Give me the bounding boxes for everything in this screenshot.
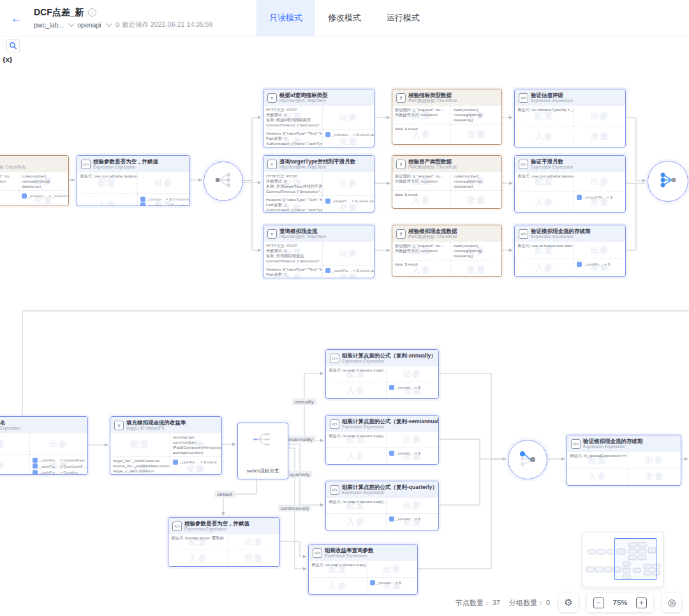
variable-chip-icon: [33, 470, 38, 475]
node-title: 校验资产类型数据: [408, 159, 457, 165]
node-quadrant-bl: 入参: [0, 455, 30, 475]
node-quadrant-br: 变量: [628, 469, 681, 485]
app-header: ← DCF点差_新 i pwc_lab... openapi ⊙ 最近保存 20…: [0, 0, 689, 36]
node-title: 验证模拟现金流的存续期: [583, 439, 643, 445]
zoom-out-button[interactable]: −: [593, 597, 604, 608]
node-formula-semiannually[interactable]: </>组装计算点差的公式（复利-semiannually）Expression …: [325, 415, 439, 465]
node-title: 验证估值评级: [531, 93, 573, 99]
minimap[interactable]: [582, 532, 663, 587]
variable-tag: _indicato… = $.result.data: [325, 132, 371, 137]
node-header: if校验资产类型数据PWC数据校验: CheckRule: [392, 156, 501, 172]
node-verify-smooth-months[interactable]: </>验证平滑月数Expression Expression配置表达式: use…: [514, 155, 626, 213]
node-title: 查询模拟现金流: [279, 229, 326, 235]
node-quadrant-tr: 出参: [574, 172, 625, 192]
node-verify-duration-bottom[interactable]: </>验证模拟现金流的存续期Expression Expression配置表达式…: [567, 435, 681, 486]
node-subtitle: PWC数据校验: CheckRule: [408, 98, 457, 103]
node-set-field-partial[interactable]: </>设置字段名Expression Expression配置Rate =…出参…: [0, 416, 88, 475]
node-formula-annually[interactable]: </>组装计算点差的公式（复利-annually）Expression Expr…: [325, 349, 439, 399]
watermark: 变量: [451, 260, 501, 277]
node-title: 查询targetType并找到平滑月数: [279, 159, 355, 165]
http-icon: ≡: [267, 160, 277, 169]
node-quadrant-br: 变量_spread… = $: [387, 514, 438, 530]
node-header: σ填充模拟现金流的收益率scipy计算 InterpGP6: [110, 417, 221, 433]
node-subtitle: httpClient插件: HttpClient: [279, 234, 326, 239]
search-button[interactable]: [6, 39, 20, 52]
node-checkrule-partial-top[interactable]: if校验数据PWC数据校验: CheckRule配置验证规则: [{ "requ…: [0, 155, 69, 206]
expression-icon: </>: [330, 485, 339, 495]
chevron-down-icon: [68, 20, 75, 27]
variable-tag: _spread… = $: [389, 385, 436, 390]
node-quadrant-tl: 配置Rate =…: [0, 433, 30, 455]
last-saved: ⊙ 最近保存 2022-06-21 14:35:59: [115, 20, 213, 29]
variable-chip-icon: [577, 262, 582, 267]
node-check-params-bottom[interactable]: </>校验参数是否为空，并赋值Expression Expression配置表达…: [168, 517, 280, 567]
node-title: 验证模拟现金流的存续期: [531, 229, 591, 235]
node-assemble-yield-query[interactable]: </>组装收益率查询参数Expression Expression配置表达式: …: [308, 544, 418, 595]
tab-修改模式[interactable]: 修改模式: [315, 0, 374, 36]
gateway-join-top[interactable]: [648, 161, 688, 202]
node-subtitle: Expression Expression: [531, 165, 573, 169]
node-check-asset[interactable]: if校验资产类型数据PWC数据校验: CheckRule配置验证规则: [{ "…: [392, 155, 502, 209]
flow-designer: if校验数据PWC数据校验: CheckRule配置验证规则: [{ "requ…: [0, 0, 689, 616]
http-icon: ≡: [267, 93, 277, 103]
watermark: 入参: [326, 382, 386, 398]
edge-label-annually: annually: [292, 398, 316, 405]
node-http-indicator-type[interactable]: ≡根据id查询指标类型httpClient插件: HttpClient配置HTT…: [263, 89, 374, 147]
gateway-fork-top[interactable]: [204, 162, 243, 201]
node-header: if校验数据PWC数据校验: CheckRule: [0, 156, 68, 172]
node-quadrant-tl: 配置表达式: use com.alibaba.fastjson…: [515, 172, 574, 192]
node-http-cashflow[interactable]: ≡查询模拟现金流httpClient插件: HttpClient配置HTTP方法…: [263, 225, 374, 278]
node-check-params-top[interactable]: </>校验参数是否为空，并赋值Expression Expression配置表达…: [77, 155, 190, 206]
node-formula-quarterly[interactable]: </>组装计算点差的公式（复利-quarterly）Expression Exp…: [325, 481, 439, 530]
node-quadrant-tr: 出参: [228, 534, 279, 550]
variable-tag: _cashFlo… = $.result.dat…: [325, 268, 371, 273]
node-quadrant-bl: 入参: [309, 578, 367, 594]
tab-运行模式[interactable]: 运行模式: [374, 0, 433, 36]
mode-tabs: 只读模式修改模式运行模式: [256, 0, 433, 36]
variable-chip-icon: [370, 580, 375, 585]
node-title: 组装计算点差的公式（复利-quarterly）: [342, 485, 438, 491]
node-quadrant-tr: 出参code(number)message(string)data(array): [451, 172, 501, 191]
zoom-level: 75%: [611, 599, 629, 606]
node-header: if校验模拟现金流数据PWC数据校验: CheckRule: [392, 225, 501, 242]
node-switch[interactable]: switch流程分支: [237, 423, 288, 479]
scipy-icon: σ: [114, 421, 124, 430]
workspace-dropdown[interactable]: pwc_lab...: [34, 21, 64, 29]
settings-button[interactable]: ⚙: [559, 593, 578, 612]
node-check-indicator[interactable]: if校验指标类型数据PWC数据校验: CheckRule配置验证规则: [{ "…: [392, 89, 502, 145]
fit-view-button[interactable]: ◎: [662, 593, 681, 612]
node-header: </>验证平滑月数Expression Expression: [515, 156, 625, 172]
node-quadrant-tl: 配置表达式: if(t==$){ throw "获取的…: [168, 534, 228, 550]
title-block: DCF点差_新 i pwc_lab... openapi ⊙ 最近保存 2022…: [34, 7, 212, 29]
node-http-target-type[interactable]: ≡查询targetType并找到平滑月数httpClient插件: HttpCl…: [263, 155, 374, 213]
node-header: ≡根据id查询指标类型httpClient插件: HttpClient: [263, 89, 374, 106]
node-header: </>组装计算点差的公式（复利-quarterly）Expression Exp…: [326, 481, 438, 498]
gateway-merge-bottom[interactable]: [508, 440, 547, 479]
expression-icon: </>: [519, 160, 528, 169]
node-header: </>验证模拟现金流的存续期Expression Expression: [515, 225, 625, 242]
node-quadrant-br: 变量: [451, 260, 501, 277]
variables-toggle[interactable]: {x}: [3, 56, 12, 63]
node-quadrant-tl: 配置表达式: let indicatorTypeObj = _i…: [515, 106, 574, 126]
node-verify-duration-top[interactable]: </>验证模拟现金流的存续期Expression Expression配置表达式…: [514, 225, 626, 277]
tab-只读模式[interactable]: 只读模式: [256, 0, 315, 36]
chevron-down-icon: [106, 20, 112, 27]
node-verify-rating[interactable]: </>验证估值评级Expression Expression配置表达式: let…: [514, 89, 626, 147]
node-fill-yield[interactable]: σ填充模拟现金流的收益率scipy计算 InterpGP6配置出参result(…: [110, 416, 222, 475]
api-dropdown[interactable]: openapi: [77, 21, 101, 29]
node-quadrant-br: 变量: [451, 191, 501, 209]
back-arrow-icon[interactable]: ←: [10, 12, 22, 24]
node-subtitle: scipy计算 InterpGP6: [126, 426, 186, 430]
info-icon[interactable]: i: [88, 8, 96, 17]
watermark: 出参: [574, 172, 625, 192]
node-quadrant-br: 变量_spread… = $: [387, 448, 438, 464]
node-check-cashflow[interactable]: if校验模拟现金流数据PWC数据校验: CheckRule配置验证规则: [{ …: [392, 225, 502, 277]
node-quadrant-bl: 入参: [567, 469, 628, 485]
node-title: 校验指标类型数据: [408, 93, 457, 99]
variable-tag: _cashFlo… = Duration: [33, 470, 85, 475]
minimap-viewport[interactable]: [614, 538, 656, 580]
node-title: 填充模拟现金流的收益率: [126, 420, 186, 426]
switch-branch-icon: [251, 431, 274, 447]
zoom-in-button[interactable]: +: [636, 597, 647, 608]
variable-tag: _spread… = $: [370, 580, 415, 585]
